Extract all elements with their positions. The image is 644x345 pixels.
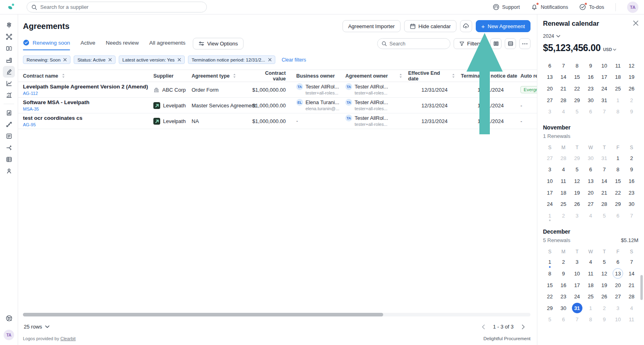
calendar-day[interactable]: 3 xyxy=(543,164,557,176)
calendar-day[interactable]: 9 xyxy=(557,268,570,279)
sidebar-avatar[interactable]: TA xyxy=(4,330,14,340)
calendar-day[interactable]: 16 xyxy=(557,279,570,291)
view-options-button[interactable]: View Options xyxy=(193,38,244,49)
calendar-day[interactable]: 4 xyxy=(557,164,570,176)
panel-scrollbar-thumb[interactable] xyxy=(640,275,643,300)
calendar-day[interactable]: 3 xyxy=(570,210,584,222)
sidebar-item-analytics[interactable] xyxy=(3,89,15,101)
calendar-day[interactable]: 6 xyxy=(584,106,598,117)
tab-needs-review[interactable]: Needs review xyxy=(106,40,139,50)
calendar-day[interactable]: 5 xyxy=(597,257,611,268)
calendar-day[interactable]: 23 xyxy=(584,83,598,94)
calendar-day[interactable]: 29 xyxy=(611,198,625,210)
table-search[interactable] xyxy=(377,38,450,49)
sidebar-item-tables[interactable] xyxy=(3,154,15,165)
calendar-day[interactable]: 2 xyxy=(557,257,570,268)
table-row[interactable]: Software MSA - LevelpathMSA-35LevelpathM… xyxy=(18,98,537,113)
sidebar-item-integrations[interactable] xyxy=(3,142,15,154)
remove-filter-icon[interactable] xyxy=(268,58,272,62)
calendar-day[interactable]: 1 xyxy=(543,210,557,222)
calendar-day[interactable]: 2 xyxy=(625,152,638,164)
calendar-day[interactable]: 28 xyxy=(557,94,570,106)
calendar-day[interactable]: 1 xyxy=(611,152,625,164)
upload-cloud-button[interactable] xyxy=(460,20,472,32)
calendar-day[interactable]: 2 xyxy=(597,302,611,314)
next-page-button[interactable] xyxy=(522,324,525,329)
filter-chip[interactable]: Termination notice period: 12/31/2... xyxy=(188,55,275,64)
calendar-day[interactable]: 8 xyxy=(570,60,584,72)
calendar-day[interactable]: 27 xyxy=(543,94,557,106)
calendar-day[interactable]: 1 xyxy=(584,302,598,314)
calendar-day[interactable]: 24 xyxy=(543,198,557,210)
new-agreement-button[interactable]: + New Agreement xyxy=(476,20,530,32)
calendar-day[interactable]: 30 xyxy=(584,94,598,106)
calendar-day[interactable]: 23 xyxy=(557,291,570,302)
calendar-day[interactable]: 4 xyxy=(584,210,598,222)
calendar-day[interactable]: 29 xyxy=(570,152,584,164)
calendar-day[interactable]: 27 xyxy=(611,291,625,302)
calendar-day[interactable]: 19 xyxy=(625,72,638,83)
hide-calendar-button[interactable]: Hide calendar xyxy=(404,20,456,32)
calendar-day[interactable]: 25 xyxy=(557,198,570,210)
calendar-day[interactable]: 8 xyxy=(584,314,598,326)
calendar-day[interactable]: 14 xyxy=(557,72,570,83)
rows-per-page-select[interactable]: 25 rows xyxy=(24,324,50,330)
calendar-day[interactable]: 30 xyxy=(557,302,570,314)
calendar-day[interactable]: 12 xyxy=(570,175,584,187)
calendar-day[interactable]: 14 xyxy=(597,175,611,187)
remove-filter-icon[interactable] xyxy=(178,58,181,62)
calendar-day[interactable]: 28 xyxy=(597,198,611,210)
filters-button[interactable]: Filters xyxy=(454,38,487,49)
calendar-day[interactable]: 14 xyxy=(625,268,638,279)
sidebar-item-suppliers[interactable] xyxy=(3,54,15,66)
calendar-day[interactable]: 26 xyxy=(625,83,638,94)
calendar-day[interactable]: 17 xyxy=(570,279,584,291)
calendar-day[interactable]: 15 xyxy=(570,72,584,83)
calendar-day[interactable]: 16 xyxy=(584,72,598,83)
calendar-day[interactable]: 30 xyxy=(625,198,638,210)
calendar-day[interactable]: 17 xyxy=(597,72,611,83)
calendar-day[interactable]: 12 xyxy=(625,60,638,72)
supplier-search-input[interactable] xyxy=(40,4,202,10)
calendar-day[interactable]: 27 xyxy=(543,152,557,164)
calendar-day[interactable]: 10 xyxy=(570,268,584,279)
calendar-day[interactable]: 11 xyxy=(557,175,570,187)
calendar-day[interactable]: 19 xyxy=(570,187,584,199)
calendar-day[interactable]: 18 xyxy=(557,187,570,199)
contract-id-link[interactable]: AG-95 xyxy=(23,122,36,127)
calendar-day[interactable]: 30 xyxy=(584,152,598,164)
notifications-button[interactable]: Notifications xyxy=(531,4,568,10)
calendar-day[interactable]: 26 xyxy=(570,198,584,210)
calendar-day[interactable]: 20 xyxy=(611,279,625,291)
calendar-day[interactable]: 20 xyxy=(543,83,557,94)
calendar-day[interactable]: 4 xyxy=(584,257,598,268)
calendar-day[interactable]: 29 xyxy=(543,302,557,314)
sidebar-item-kanban[interactable] xyxy=(3,43,15,54)
calendar-day[interactable]: 2 xyxy=(557,210,570,222)
calendar-day[interactable]: 6 xyxy=(611,257,625,268)
sidebar-item-company[interactable] xyxy=(3,107,15,119)
filter-chip[interactable]: Status: Active xyxy=(74,55,116,64)
column-view-button[interactable] xyxy=(490,38,502,49)
filter-chip[interactable]: Renewing: Soon xyxy=(23,55,70,64)
calendar-day[interactable]: 11 xyxy=(611,60,625,72)
year-select[interactable]: 2024 xyxy=(543,33,638,39)
close-panel-button[interactable] xyxy=(633,20,638,26)
todos-button[interactable]: To-dos xyxy=(579,4,604,10)
calendar-day[interactable]: 22 xyxy=(543,291,557,302)
user-avatar[interactable]: TA xyxy=(627,2,638,13)
calendar-day[interactable]: 7 xyxy=(625,257,638,268)
calendar-day[interactable]: 6 xyxy=(584,164,598,176)
calendar-day[interactable]: 7 xyxy=(570,314,584,326)
calendar-day[interactable]: 28 xyxy=(625,291,638,302)
calendar-day[interactable]: 5 xyxy=(570,164,584,176)
calendar-day[interactable]: 22 xyxy=(611,187,625,199)
calendar-day[interactable]: 6 xyxy=(557,314,570,326)
sidebar-item-network[interactable] xyxy=(3,31,15,43)
sidebar-item-users[interactable] xyxy=(3,165,15,177)
calendar-day[interactable]: 4 xyxy=(625,302,638,314)
column-header-contract-name[interactable]: Contract name xyxy=(23,73,153,79)
calendar-day[interactable]: 2 xyxy=(625,94,638,106)
calendar-day[interactable]: 7 xyxy=(625,210,638,222)
horizontal-scrollbar[interactable] xyxy=(23,313,530,316)
